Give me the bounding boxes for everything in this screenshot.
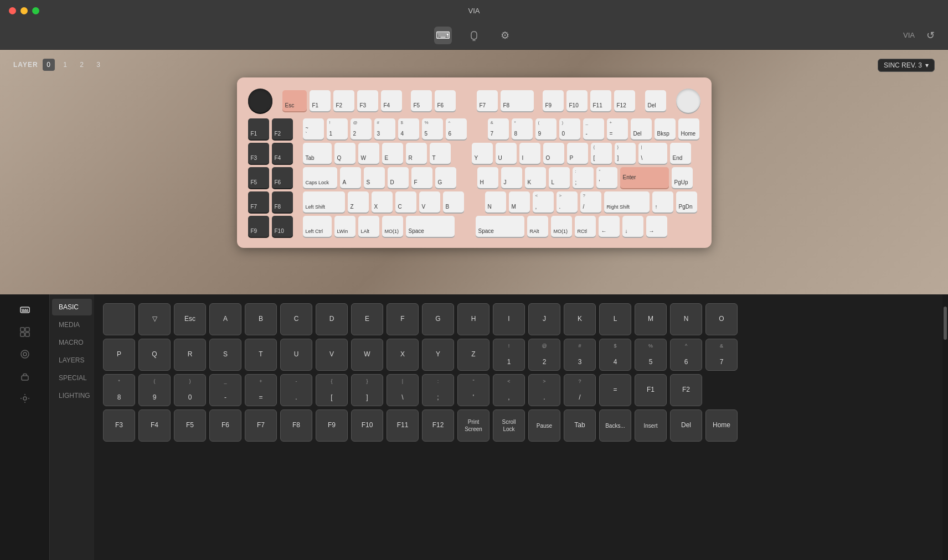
- key-lwin[interactable]: LWin: [334, 216, 356, 237]
- tab-layers[interactable]: LAYERS: [52, 352, 92, 369]
- key-comma[interactable]: <,: [533, 191, 554, 212]
- km-q[interactable]: Q: [138, 339, 171, 371]
- km-home[interactable]: Home: [705, 409, 738, 442]
- settings-icon[interactable]: ⚙: [496, 27, 514, 44]
- km-kf7[interactable]: F7: [245, 409, 277, 442]
- layer-btn-0[interactable]: 0: [43, 59, 55, 71]
- km-esc[interactable]: Esc: [174, 303, 206, 335]
- key-x[interactable]: X: [372, 191, 393, 212]
- key-1[interactable]: !1: [327, 118, 348, 139]
- km-i[interactable]: I: [493, 303, 525, 335]
- km-dollar[interactable]: $4: [599, 339, 631, 371]
- key-period[interactable]: >.: [557, 191, 578, 212]
- km-colon[interactable]: :;: [422, 374, 454, 406]
- km-blank[interactable]: [103, 303, 135, 335]
- km-w[interactable]: W: [351, 339, 383, 371]
- layer-btn-3[interactable]: 3: [92, 59, 105, 71]
- tab-special[interactable]: SPECIAL: [52, 370, 92, 386]
- tab-basic[interactable]: BASIC: [52, 299, 92, 315]
- key-lbracket[interactable]: {[: [591, 143, 612, 164]
- key-pgdn[interactable]: PgDn: [676, 191, 697, 212]
- km-kf12[interactable]: F12: [422, 409, 454, 442]
- km-kf11[interactable]: F11: [387, 409, 419, 442]
- km-eq[interactable]: =: [599, 374, 631, 406]
- key-tilde[interactable]: ~`: [303, 118, 324, 139]
- km-lcurl[interactable]: {[: [316, 374, 348, 406]
- km-caret[interactable]: ^6: [670, 339, 702, 371]
- key-f11-top[interactable]: F11: [590, 90, 611, 111]
- key-lctrl[interactable]: Left Ctrl: [303, 216, 332, 237]
- key-f10-top[interactable]: F10: [566, 90, 588, 111]
- km-del[interactable]: Del: [670, 409, 702, 442]
- key-f8-left[interactable]: F8: [272, 191, 293, 212]
- km-insert[interactable]: Insert: [635, 409, 667, 442]
- key-z[interactable]: Z: [348, 191, 369, 212]
- km-plus[interactable]: +=: [245, 374, 277, 406]
- key-f7-top[interactable]: F7: [477, 90, 498, 111]
- key-l[interactable]: L: [549, 167, 570, 188]
- key-6[interactable]: ^6: [446, 118, 467, 139]
- key-rctl[interactable]: RCtl: [575, 216, 596, 237]
- km-star8[interactable]: *8: [103, 374, 135, 406]
- km-backs[interactable]: Backs...: [599, 409, 631, 442]
- key-4[interactable]: $4: [398, 118, 419, 139]
- key-end[interactable]: End: [670, 143, 691, 164]
- key-backslash[interactable]: |\: [638, 143, 667, 164]
- km-m[interactable]: M: [635, 303, 667, 335]
- km-k[interactable]: K: [564, 303, 596, 335]
- scrollbar[interactable]: [942, 294, 948, 560]
- km-pause[interactable]: Pause: [528, 409, 560, 442]
- key-slash[interactable]: ?/: [580, 191, 601, 212]
- km-r[interactable]: R: [174, 339, 206, 371]
- key-m[interactable]: M: [509, 191, 530, 212]
- sidebar-circle-icon[interactable]: [16, 345, 34, 363]
- key-f5-top[interactable]: F5: [411, 90, 432, 111]
- key-space-left[interactable]: Space: [406, 216, 455, 237]
- key-rbracket[interactable]: }]: [615, 143, 636, 164]
- key-ralt[interactable]: RAlt: [527, 216, 548, 237]
- km-s[interactable]: S: [209, 339, 241, 371]
- km-lt[interactable]: <,: [493, 374, 525, 406]
- layer-btn-2[interactable]: 2: [76, 59, 88, 71]
- sidebar-lock-icon[interactable]: [16, 367, 34, 385]
- km-pipe[interactable]: |\: [387, 374, 419, 406]
- km-n[interactable]: N: [670, 303, 702, 335]
- key-enter[interactable]: Enter: [620, 167, 669, 188]
- key-equals[interactable]: +=: [607, 118, 628, 139]
- km-kf2[interactable]: F2: [670, 374, 702, 406]
- tab-macro[interactable]: MACRO: [52, 334, 92, 351]
- key-w[interactable]: W: [358, 143, 379, 164]
- sidebar-keyboard-icon[interactable]: [16, 301, 34, 319]
- key-k[interactable]: K: [525, 167, 546, 188]
- km-hash[interactable]: #3: [564, 339, 596, 371]
- key-f1-top[interactable]: F1: [310, 90, 331, 111]
- km-c[interactable]: C: [280, 303, 312, 335]
- key-f3-left[interactable]: F3: [248, 143, 269, 164]
- key-quote[interactable]: "': [596, 167, 617, 188]
- key-left[interactable]: ←: [599, 216, 620, 237]
- km-z[interactable]: Z: [457, 339, 490, 371]
- tab-lighting[interactable]: LIGHTING: [52, 387, 92, 404]
- key-f2-left[interactable]: F2: [272, 118, 293, 139]
- key-3[interactable]: #3: [374, 118, 395, 139]
- km-dquote[interactable]: "': [457, 374, 490, 406]
- scrollbar-thumb[interactable]: [944, 307, 947, 340]
- key-u[interactable]: U: [496, 143, 517, 164]
- km-pct[interactable]: %5: [635, 339, 667, 371]
- sidebar-light-icon[interactable]: [16, 390, 34, 407]
- key-8[interactable]: *8: [512, 118, 533, 139]
- key-space-right[interactable]: Space: [476, 216, 524, 237]
- key-7[interactable]: &7: [488, 118, 509, 139]
- key-capslock[interactable]: Caps Lock: [303, 167, 337, 188]
- close-button[interactable]: [9, 7, 16, 14]
- maximize-button[interactable]: [32, 7, 39, 14]
- key-y[interactable]: Y: [472, 143, 493, 164]
- key-pgup[interactable]: PgUp: [672, 167, 693, 188]
- keyboard-selector[interactable]: SINC REV. 3 ▾: [878, 59, 935, 72]
- key-bksp[interactable]: Bksp: [655, 118, 676, 139]
- km-v[interactable]: V: [316, 339, 348, 371]
- key-f7-left[interactable]: F7: [248, 191, 269, 212]
- km-tab[interactable]: Tab: [564, 409, 596, 442]
- key-mo1-left[interactable]: MO(1): [382, 216, 403, 237]
- key-semicolon[interactable]: :;: [573, 167, 594, 188]
